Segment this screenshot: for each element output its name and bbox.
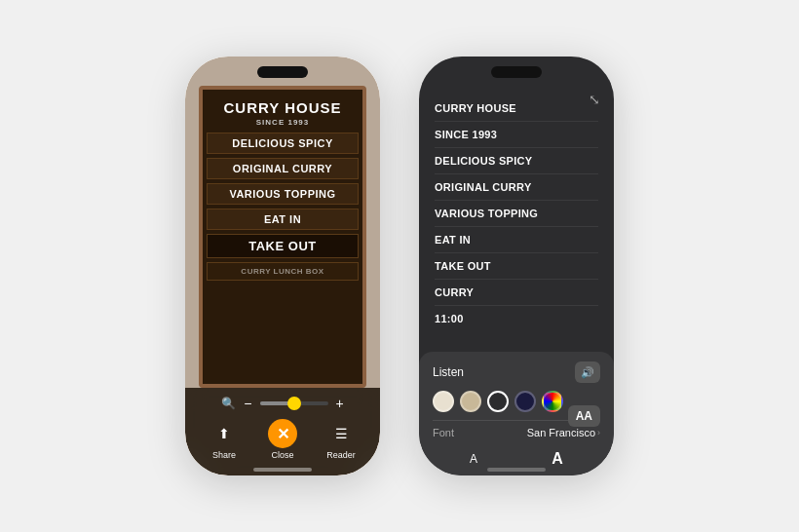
listen-row: Listen 🔊 — [433, 361, 600, 383]
reader-button[interactable]: ☰ Reader — [326, 419, 356, 460]
zoom-row: 🔍 − + — [221, 396, 343, 411]
color-dot-2[interactable] — [460, 391, 481, 412]
zoom-minus[interactable]: − — [244, 396, 251, 411]
share-label: Share — [212, 450, 236, 460]
font-label: Font — [433, 427, 454, 438]
sign-row-takeout: TAKE OUT — [207, 234, 359, 258]
close-label: Close — [271, 450, 293, 460]
menu-item-various: VARIOUS TOPPING — [435, 201, 598, 227]
close-icon: ✕ — [268, 419, 297, 448]
close-button[interactable]: ✕ Close — [268, 419, 297, 460]
dynamic-island-left — [257, 66, 308, 78]
sign-row-original: ORIGINAL CURRY — [207, 158, 359, 179]
color-dot-3[interactable] — [487, 391, 509, 412]
home-bar-left — [253, 468, 312, 472]
size-small-button[interactable]: A — [470, 452, 477, 466]
right-content: CURRY HOUSE SINCE 1993 DELICIOUS SPICY O… — [419, 86, 614, 475]
toolbar-left: 🔍 − + ⬆ Share ✕ Close ☰ — [185, 388, 380, 475]
zoom-plus[interactable]: + — [336, 396, 344, 411]
sign-row-various: VARIOUS TOPPING — [207, 183, 359, 205]
zoom-slider[interactable] — [260, 401, 328, 405]
phone-right: ⤡ CURRY HOUSE SINCE 1993 DELICIOUS SPICY… — [419, 57, 614, 475]
reader-icon: ☰ — [326, 419, 356, 448]
phone-left: CURRY HOUSE SINCE 1993 DELICIOUS SPICY O… — [185, 57, 380, 475]
reader-label: Reader — [326, 450, 356, 460]
menu-item-time: 11:00 — [435, 306, 598, 331]
screen-left: CURRY HOUSE SINCE 1993 DELICIOUS SPICY O… — [185, 57, 380, 475]
zoom-icon: 🔍 — [221, 397, 236, 410]
menu-list: CURRY HOUSE SINCE 1993 DELICIOUS SPICY O… — [419, 86, 614, 352]
sign-row-eatin: EAT IN — [207, 209, 359, 230]
aa-button[interactable]: AA — [568, 405, 600, 427]
color-dot-multicolor[interactable] — [542, 391, 563, 412]
listen-label: Listen — [433, 365, 464, 379]
font-chevron-icon: › — [597, 428, 600, 437]
menu-item-eatin: EAT IN — [435, 227, 598, 253]
menu-item-original: ORIGINAL CURRY — [435, 174, 598, 201]
menu-item-takeout: TAKE OUT — [435, 253, 598, 280]
font-value[interactable]: San Francisco › — [527, 427, 600, 438]
menu-item-since: SINCE 1993 — [435, 122, 598, 148]
home-bar-right — [487, 468, 546, 472]
speaker-icon[interactable]: 🔊 — [575, 361, 600, 383]
share-button[interactable]: ⬆ Share — [209, 419, 239, 460]
screen-right: ⤡ CURRY HOUSE SINCE 1993 DELICIOUS SPICY… — [419, 57, 614, 475]
sign-board: CURRY HOUSE SINCE 1993 DELICIOUS SPICY O… — [199, 86, 366, 388]
sign-subtitle: SINCE 1993 — [256, 118, 309, 127]
menu-item-delicious: DELICIOUS SPICY — [435, 148, 598, 174]
menu-item-curry: CURRY — [435, 280, 598, 306]
font-value-text: San Francisco — [527, 427, 595, 438]
color-dot-1[interactable] — [433, 391, 454, 412]
toolbar-buttons: ⬆ Share ✕ Close ☰ Reader — [195, 419, 370, 460]
sign-row-delicious: DELICIOUS SPICY — [207, 133, 359, 154]
dynamic-island-right — [491, 66, 542, 78]
size-large-button[interactable]: A — [552, 450, 563, 468]
zoom-slider-thumb — [287, 397, 301, 410]
sign-row-lunchbox: CURRY LUNCH BOX — [207, 262, 359, 281]
sign-title: CURRY HOUSE — [223, 95, 341, 118]
menu-item-curryhouse: CURRY HOUSE — [435, 95, 598, 122]
size-row: A A — [433, 450, 600, 468]
color-dot-4[interactable] — [514, 391, 536, 412]
share-icon: ⬆ — [209, 419, 239, 448]
